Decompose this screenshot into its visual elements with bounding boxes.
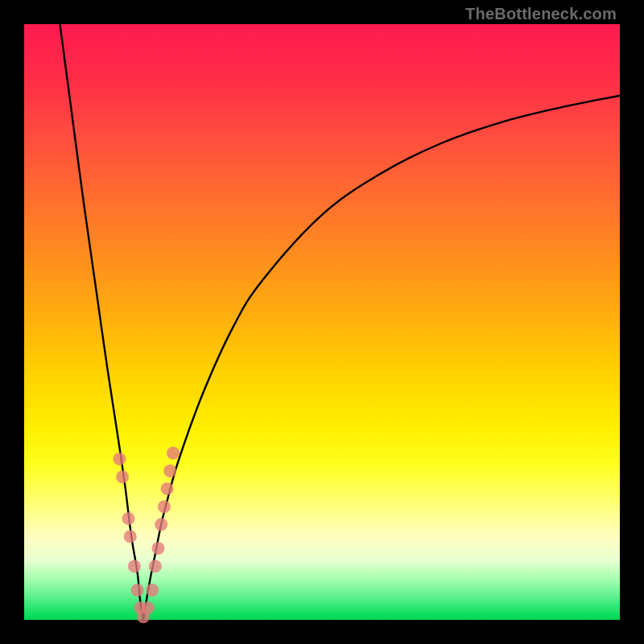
data-marker bbox=[163, 464, 176, 477]
data-marker bbox=[131, 584, 144, 597]
data-marker bbox=[152, 542, 165, 555]
data-marker bbox=[149, 559, 162, 572]
watermark-text: TheBottleneck.com bbox=[465, 5, 617, 23]
data-marker bbox=[155, 518, 167, 531]
chart-frame: TheBottleneck.com bbox=[0, 0, 644, 644]
data-marker bbox=[128, 559, 141, 572]
data-marker bbox=[146, 584, 159, 597]
bottleneck-curve bbox=[24, 24, 620, 620]
data-marker bbox=[116, 470, 129, 483]
data-marker bbox=[142, 601, 155, 614]
data-marker bbox=[113, 452, 126, 465]
data-marker bbox=[158, 500, 171, 513]
data-marker bbox=[161, 482, 174, 495]
curve-right bbox=[143, 96, 620, 620]
data-marker bbox=[124, 530, 137, 543]
data-marker bbox=[167, 447, 180, 460]
data-marker bbox=[122, 512, 135, 525]
